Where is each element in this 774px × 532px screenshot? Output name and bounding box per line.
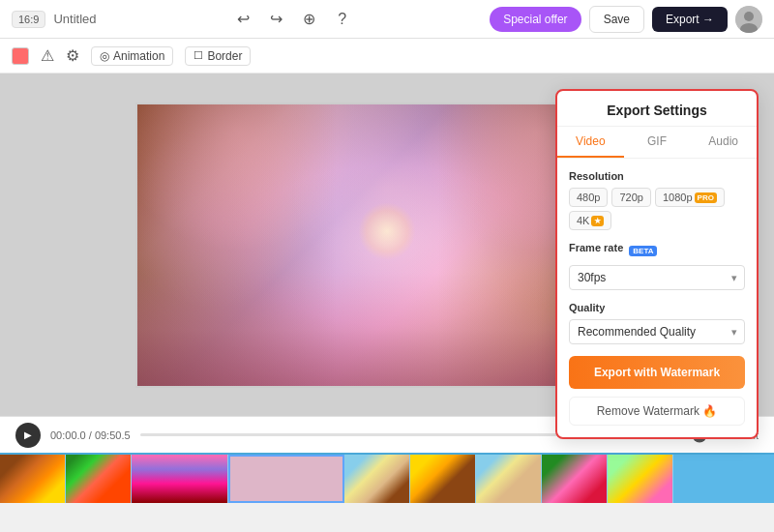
- timeline-item-8[interactable]: [608, 455, 673, 503]
- border-button[interactable]: ☐ Border: [185, 46, 251, 66]
- topbar-left: 16:9 Untitled: [12, 11, 97, 28]
- resolution-options: 480p 720p 1080p PRO 4K ★: [569, 188, 745, 230]
- aspect-ratio[interactable]: 16:9: [12, 11, 45, 28]
- border-label: Border: [207, 49, 242, 63]
- timeline-item-2[interactable]: [66, 455, 132, 503]
- animation-icon: ◎: [100, 49, 109, 63]
- main-area: Export Settings Video GIF Audio Resoluti…: [0, 74, 774, 416]
- frame-rate-select[interactable]: 30fps 60fps 24fps: [569, 265, 745, 290]
- beta-badge: BETA: [629, 246, 657, 256]
- warning-icon: ⚠: [41, 46, 54, 65]
- thumbnail-food2: [66, 455, 131, 503]
- document-title[interactable]: Untitled: [53, 12, 96, 26]
- frame-rate-label-row: Frame rate BETA: [569, 242, 745, 259]
- target-icon[interactable]: ⊕: [296, 6, 323, 33]
- topbar-icons: ↩ ↪ ⊕ ?: [230, 6, 356, 33]
- quality-label: Quality: [569, 302, 745, 313]
- thumbnail-cake1: [344, 455, 409, 503]
- topbar: 16:9 Untitled ↩ ↪ ⊕ ? Special offer Save…: [0, 0, 774, 39]
- res-1080p[interactable]: 1080p PRO: [655, 188, 725, 207]
- quality-section: Quality Recommended Quality High Quality…: [569, 302, 745, 344]
- remove-watermark-button[interactable]: Remove Watermark 🔥: [569, 397, 745, 426]
- topbar-right: Special offer Save Export →: [490, 6, 762, 33]
- settings-icon[interactable]: ⚙: [66, 46, 79, 65]
- thumbnail-flowers2: [608, 455, 672, 503]
- res-480p[interactable]: 480p: [569, 188, 608, 207]
- thumbnail-cake2: [410, 455, 475, 503]
- resolution-label: Resolution: [569, 170, 745, 182]
- timeline-item-3[interactable]: [132, 455, 228, 503]
- quality-wrapper: Recommended Quality High Quality Low Qua…: [569, 319, 745, 344]
- user-avatar[interactable]: [735, 6, 762, 33]
- timeline-item-5[interactable]: [410, 455, 476, 503]
- frame-rate-label: Frame rate: [569, 242, 623, 253]
- frame-rate-section: Frame rate BETA 30fps 60fps 24fps: [569, 242, 745, 290]
- animation-button[interactable]: ◎ Animation: [91, 46, 173, 66]
- quality-select[interactable]: Recommended Quality High Quality Low Qua…: [569, 319, 745, 344]
- export-panel-title: Export Settings: [557, 91, 757, 127]
- tab-video[interactable]: Video: [557, 127, 624, 158]
- border-checkbox: ☐: [194, 49, 203, 62]
- toolbar: ⚠ ⚙ ◎ Animation ☐ Border: [0, 39, 774, 74]
- timeline-item-selected[interactable]: [228, 455, 344, 503]
- timeline-item-1[interactable]: [0, 455, 66, 503]
- play-button[interactable]: ▶: [15, 423, 41, 448]
- color-swatch[interactable]: [12, 47, 29, 65]
- export-body: Resolution 480p 720p 1080p PRO 4K ★ Fram…: [557, 159, 757, 437]
- export-tabs: Video GIF Audio: [557, 127, 757, 159]
- pro-badge: PRO: [695, 192, 717, 203]
- animation-label: Animation: [113, 49, 164, 63]
- svg-point-1: [744, 12, 754, 21]
- tab-gif[interactable]: GIF: [624, 127, 691, 158]
- undo-button[interactable]: ↩: [230, 6, 257, 33]
- thumbnail-nature: [132, 455, 227, 503]
- special-offer-button[interactable]: Special offer: [490, 7, 581, 32]
- current-time: 00:00.0 / 09:50.5: [50, 429, 131, 441]
- timeline-item-7[interactable]: [542, 455, 608, 503]
- timeline-item-6[interactable]: [476, 455, 542, 503]
- save-button[interactable]: Save: [589, 6, 644, 33]
- export-watermark-button[interactable]: Export with Watermark: [569, 356, 745, 389]
- timeline-item-4[interactable]: [344, 455, 410, 503]
- help-icon[interactable]: ?: [329, 6, 356, 33]
- thumbnail-food1: [0, 455, 65, 503]
- export-button[interactable]: Export →: [652, 7, 728, 32]
- res-4k[interactable]: 4K ★: [569, 211, 611, 230]
- pro-badge-4k: ★: [591, 216, 604, 226]
- res-720p[interactable]: 720p: [611, 188, 650, 207]
- timeline-strip[interactable]: [0, 453, 774, 503]
- tab-audio[interactable]: Audio: [690, 127, 757, 158]
- frame-rate-wrapper: 30fps 60fps 24fps: [569, 265, 745, 290]
- export-panel: Export Settings Video GIF Audio Resoluti…: [555, 89, 759, 439]
- thumbnail-flowers1: [542, 455, 607, 503]
- redo-button[interactable]: ↪: [263, 6, 290, 33]
- thumbnail-cake3: [476, 455, 541, 503]
